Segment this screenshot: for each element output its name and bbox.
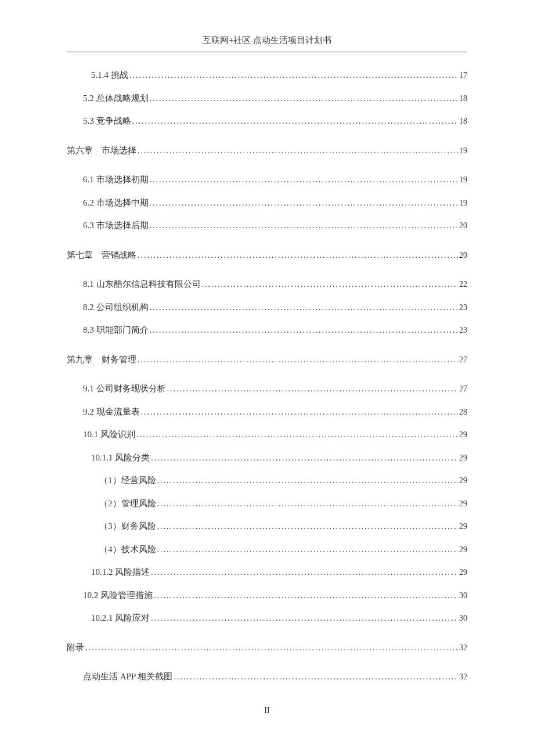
toc-page-number: 29 [459, 452, 467, 464]
toc-page-number: 22 [459, 278, 467, 290]
toc-page-number: 32 [459, 671, 467, 683]
toc-page-number: 29 [459, 543, 467, 556]
toc-leader-dots [85, 641, 458, 654]
toc-leader-dots [129, 69, 458, 82]
toc-entry: （1）经营风险29 [67, 474, 467, 487]
toc-page-number: 29 [459, 474, 467, 487]
toc-label: 10.1.2 风险描述 [91, 566, 150, 579]
toc-label: 8.1 山东酷尔信息科技有限公司 [83, 278, 201, 291]
toc-entry: 10.2.1 风险应对30 [67, 611, 467, 625]
toc-label: 第六章 市场选择 [67, 144, 136, 157]
toc-page-number: 29 [459, 520, 467, 532]
toc-leader-dots [150, 196, 459, 210]
toc-entry: 10.2 风险管理措施30 [67, 589, 467, 602]
toc-leader-dots [157, 497, 459, 510]
toc-entry: 10.1 风险识别29 [67, 428, 467, 441]
toc-entry: 8.2 公司组织机构23 [67, 301, 467, 314]
toc-label: 8.2 公司组织机构 [83, 301, 149, 314]
toc-entry: （2）管理风险29 [67, 497, 467, 510]
toc-entry: 9.1 公司财务现状分析27 [67, 382, 467, 395]
toc-label: （3）财务风险 [99, 520, 156, 533]
toc-page-number: 32 [459, 642, 467, 654]
toc-leader-dots [138, 144, 458, 157]
toc-entry: 10.1.1 风险分类29 [67, 451, 467, 465]
toc-leader-dots [138, 353, 458, 366]
toc-page-number: 20 [459, 249, 467, 261]
toc-entry: 8.1 山东酷尔信息科技有限公司22 [67, 278, 467, 291]
toc-page-number: 30 [459, 589, 467, 602]
toc-page-number: 17 [459, 69, 467, 81]
toc-label: 10.1.1 风险分类 [91, 451, 150, 465]
toc-entry: 点动生活 APP 相关截图32 [67, 670, 467, 683]
toc-entry: 8.3 职能部门简介23 [67, 323, 467, 337]
toc-leader-dots [136, 428, 458, 441]
toc-page-number: 27 [459, 383, 467, 395]
toc-entry: （3）财务风险29 [67, 520, 467, 533]
toc-leader-dots [151, 566, 458, 579]
toc-label: 附录 [67, 641, 84, 654]
toc-label: （4）技术风险 [99, 543, 156, 556]
toc-entry: 5.3 竞争战略18 [67, 114, 467, 128]
toc-entry: 第六章 市场选择19 [67, 144, 467, 157]
toc-page-number: 23 [459, 301, 467, 314]
toc-leader-dots [150, 301, 459, 314]
toc-page-number: 19 [459, 174, 467, 186]
toc-leader-dots [202, 278, 459, 291]
toc-entry: 6.1 市场选择初期19 [67, 173, 467, 186]
toc-entry: 10.1.2 风险描述29 [67, 566, 467, 579]
toc-label: 6.1 市场选择初期 [83, 173, 149, 186]
toc-label: 9.2 现金流量表 [83, 405, 140, 419]
toc-label: 5.1.4 挑战 [91, 69, 128, 82]
toc-leader-dots [167, 382, 459, 395]
toc-entry: 9.2 现金流量表28 [67, 405, 467, 419]
toc-entry: 6.2 市场选择中期19 [67, 196, 467, 210]
toc-label: 6.3 市场选择后期 [83, 219, 149, 232]
toc-page-number: 28 [459, 406, 467, 418]
toc-page-number: 19 [459, 197, 467, 209]
toc-label: 5.3 竞争战略 [83, 114, 131, 128]
toc-label: 点动生活 APP 相关截图 [83, 670, 172, 683]
toc-page-number: 23 [459, 324, 467, 336]
toc-leader-dots [150, 219, 459, 232]
toc-leader-dots [174, 670, 458, 683]
toc-entry: （4）技术风险29 [67, 543, 467, 556]
toc-leader-dots [151, 451, 458, 465]
toc-entry: 6.3 市场选择后期20 [67, 219, 467, 232]
toc-label: 10.2.1 风险应对 [91, 611, 150, 625]
toc-page-number: 29 [459, 429, 467, 441]
toc-entry: 5.1.4 挑战17 [67, 69, 467, 82]
page-number: II [0, 706, 534, 715]
document-header: 互联网+社区 点动生活项目计划书 [67, 35, 467, 52]
toc-leader-dots [150, 92, 459, 105]
toc-page-number: 18 [459, 92, 467, 105]
toc-leader-dots [154, 589, 458, 602]
toc-leader-dots [157, 474, 459, 487]
toc-leader-dots [150, 323, 459, 337]
toc-leader-dots [138, 249, 458, 262]
toc-entry: 附录32 [67, 641, 467, 654]
toc-label: 第七章 营销战略 [67, 249, 136, 262]
toc-label: 10.1 风险识别 [83, 428, 135, 441]
toc-label: （2）管理风险 [99, 497, 156, 510]
toc-page-number: 29 [459, 498, 467, 510]
toc-label: 8.3 职能部门简介 [83, 323, 149, 337]
toc-page-number: 19 [459, 145, 467, 157]
toc-leader-dots [157, 543, 459, 556]
toc-leader-dots [151, 611, 458, 625]
toc-entry: 第七章 营销战略20 [67, 249, 467, 262]
toc-label: 6.2 市场选择中期 [83, 196, 149, 210]
toc-page-number: 18 [459, 115, 467, 127]
toc-label: 第九章 财务管理 [67, 353, 136, 366]
toc-label: （1）经营风险 [99, 474, 156, 487]
toc-leader-dots [141, 405, 459, 419]
toc-entry: 5.2 总体战略规划18 [67, 92, 467, 105]
toc-label: 5.2 总体战略规划 [83, 92, 149, 105]
toc-page-number: 29 [459, 566, 467, 578]
toc-page-number: 27 [459, 354, 467, 366]
toc-leader-dots [132, 114, 459, 128]
table-of-contents: 5.1.4 挑战175.2 总体战略规划185.3 竞争战略18第六章 市场选择… [67, 69, 467, 683]
toc-label: 10.2 风险管理措施 [83, 589, 153, 602]
toc-leader-dots [157, 520, 459, 533]
toc-label: 9.1 公司财务现状分析 [83, 382, 166, 395]
toc-leader-dots [150, 173, 459, 186]
